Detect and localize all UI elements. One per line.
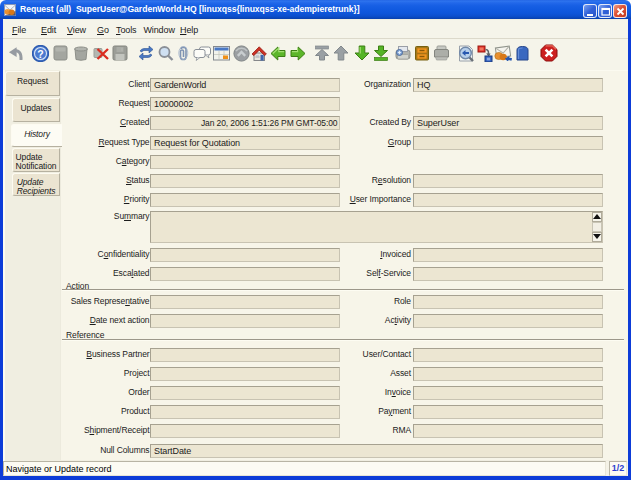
svg-text:?: ?	[37, 47, 43, 59]
